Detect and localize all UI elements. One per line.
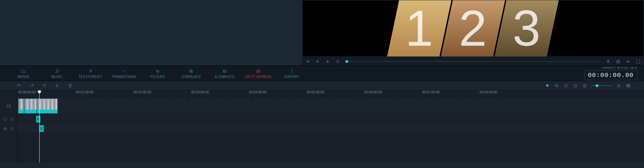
music-note-icon — [40, 68, 74, 74]
video-clip[interactable]: Pexels Vide... — [37, 98, 58, 114]
svg-rect-18 — [629, 84, 630, 85]
filters-icon — [141, 68, 174, 74]
tracks-area[interactable]: 00:00:00:0000:01:00:0000:02:00:0000:03:0… — [17, 90, 644, 163]
preview-screen: 1 2 3 — [302, 0, 644, 57]
svg-rect-20 — [629, 86, 630, 87]
split-slot-2: 2 — [441, 0, 505, 56]
zoom-out-icon[interactable] — [573, 83, 578, 88]
split-slot-3-number: 3 — [513, 0, 540, 56]
transitions-icon — [107, 68, 141, 74]
tab-music-label: MUSIC — [40, 75, 74, 79]
delete-icon[interactable] — [68, 83, 72, 88]
tab-transitions[interactable]: TRANSITIONS — [107, 68, 141, 79]
step-back-icon[interactable] — [315, 59, 320, 64]
tab-export-label: EXPORT — [275, 75, 309, 79]
text-icon — [74, 68, 107, 74]
render-preview-icon[interactable]: ✦ — [545, 83, 549, 88]
element-clip[interactable]: E — [39, 125, 44, 132]
svg-point-3 — [56, 72, 56, 73]
tab-filters[interactable]: FILTERS — [141, 68, 174, 79]
media-browser-panel — [0, 0, 302, 66]
fullscreen-icon[interactable] — [636, 59, 641, 64]
svg-point-2 — [618, 61, 619, 62]
audio-mixer-icon[interactable] — [554, 83, 559, 88]
preview-toolbar — [302, 57, 644, 66]
record-voiceover-icon[interactable] — [606, 59, 610, 64]
main-nav: MEDIA MUSIC TEXT/CREDIT TRANSITIONS FILT… — [0, 66, 644, 81]
preview-panel: 1 2 3 — [302, 0, 644, 66]
elements-icon — [208, 68, 241, 74]
time-ruler[interactable]: 00:00:00:0000:01:00:0000:02:00:0000:03:0… — [17, 90, 644, 98]
tab-text[interactable]: TEXT/CREDIT — [74, 68, 107, 79]
undo-icon[interactable] — [17, 83, 21, 88]
volume-icon[interactable] — [626, 59, 631, 64]
prev-keyframe-icon[interactable] — [305, 59, 310, 64]
tab-splitscreen[interactable]: SPLIT SCREEN — [241, 68, 275, 79]
svg-rect-14 — [565, 85, 567, 87]
svg-rect-17 — [627, 84, 628, 85]
ruler-major-tick: 00:07:00:00 — [422, 90, 440, 94]
tab-elements[interactable]: ELEMENTS — [208, 68, 241, 79]
svg-rect-7 — [190, 70, 192, 72]
crop-icon[interactable] — [564, 83, 568, 88]
split-slot-1: 1 — [387, 0, 451, 56]
tab-media[interactable]: MEDIA — [7, 68, 40, 79]
tab-splitscreen-label: SPLIT SCREEN — [241, 75, 275, 79]
folder-icon — [7, 68, 40, 74]
tab-filters-label: FILTERS — [141, 75, 174, 79]
effect-track-2-header[interactable] — [0, 124, 17, 133]
tab-export[interactable]: EXPORT — [275, 68, 309, 79]
aspect-ratio-label: ASPECT RATIO: 16:9 — [584, 66, 637, 70]
snapshot-icon[interactable] — [616, 59, 621, 64]
split-slot-1-number: 1 — [405, 0, 433, 56]
overlays-icon — [174, 68, 208, 74]
ruler-major-tick: 00:01:00:00 — [76, 90, 94, 94]
video-clip[interactable]: Pex... — [24, 98, 37, 114]
svg-point-23 — [11, 119, 12, 120]
zoom-in-icon[interactable] — [582, 83, 587, 88]
svg-point-26 — [11, 128, 12, 129]
tab-transitions-label: TRANSITIONS — [107, 75, 141, 79]
svg-rect-9 — [223, 70, 226, 72]
ruler-major-tick: 00:05:00:00 — [307, 90, 324, 94]
svg-rect-21 — [7, 105, 10, 108]
svg-rect-1 — [616, 60, 620, 63]
tab-elements-label: ELEMENTS — [208, 75, 241, 79]
edit-tools-icon[interactable] — [42, 83, 47, 88]
tab-music[interactable]: MUSIC — [40, 68, 74, 79]
settings-list-icon[interactable] — [616, 83, 621, 88]
svg-rect-8 — [191, 71, 193, 73]
view-mode-icon[interactable] — [626, 83, 631, 88]
ruler-major-tick: 00:06:00:00 — [364, 90, 382, 94]
ruler-major-tick: 00:04:00:00 — [249, 90, 267, 94]
element-clip[interactable]: E — [36, 116, 41, 123]
tab-overlays[interactable]: OVERLAYS — [174, 68, 208, 79]
preview-progress-bar[interactable] — [345, 61, 600, 62]
effect-track-2[interactable]: E — [17, 124, 644, 133]
svg-point-12 — [56, 84, 57, 85]
split-icon[interactable] — [55, 83, 60, 88]
ruler-major-tick: 00:08:00:00 — [480, 90, 497, 94]
split-slot-2-number: 2 — [459, 0, 487, 56]
tab-overlays-label: OVERLAYS — [174, 75, 208, 79]
timeline-toolbar: ✦ — [0, 81, 644, 90]
export-icon — [275, 68, 309, 74]
tab-media-label: MEDIA — [7, 75, 40, 79]
play-icon[interactable] — [325, 59, 330, 64]
tab-text-label: TEXT/CREDIT — [74, 75, 107, 79]
ruler-major-tick: 00:03:00:00 — [191, 90, 209, 94]
video-clip[interactable]: P... — [18, 98, 24, 114]
zoom-slider[interactable] — [592, 85, 612, 86]
redo-icon[interactable] — [30, 83, 34, 88]
ruler-major-tick: 00:02:00:00 — [133, 90, 151, 94]
stop-icon[interactable] — [335, 59, 340, 64]
playhead[interactable] — [39, 90, 40, 163]
video-track-header[interactable] — [0, 98, 17, 115]
effect-track-1-header[interactable] — [0, 115, 17, 124]
track-headers — [0, 90, 17, 163]
svg-rect-19 — [627, 86, 628, 87]
svg-point-13 — [56, 86, 57, 87]
video-track[interactable]: P...Pex...Pexels Vide... — [17, 98, 644, 115]
effect-track-1[interactable]: E — [17, 115, 644, 124]
svg-point-22 — [4, 118, 6, 121]
